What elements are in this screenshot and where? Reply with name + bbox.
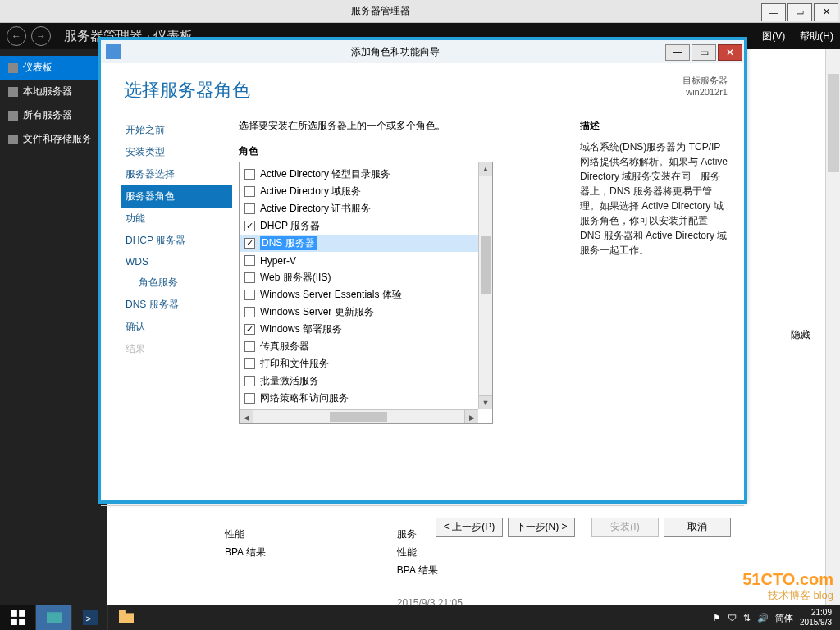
- tray-volume-icon[interactable]: 🔊: [757, 613, 769, 623]
- next-button[interactable]: 下一步(N) >: [508, 518, 575, 537]
- role-row-7[interactable]: Windows Server Essentials 体验: [240, 286, 478, 304]
- outer-minimize-button[interactable]: —: [761, 3, 786, 21]
- add-roles-wizard: 添加角色和功能向导 — ▭ ✕ 选择服务器角色 目标服务器 win2012r1 …: [100, 39, 745, 501]
- outer-window-title: 服务器管理器: [0, 4, 761, 18]
- wizard-step-9[interactable]: 确认: [121, 316, 232, 338]
- wizard-step-5[interactable]: DHCP 服务器: [121, 230, 232, 252]
- wizard-button-row: < 上一步(P) 下一步(N) > 安装(I) 取消: [101, 505, 744, 548]
- role-checkbox[interactable]: [244, 376, 255, 386]
- role-checkbox[interactable]: [244, 393, 255, 404]
- role-row-6[interactable]: Web 服务器(IIS): [240, 269, 478, 286]
- main-scrollbar[interactable]: [825, 49, 840, 605]
- role-row-9[interactable]: Windows 部署服务: [240, 321, 478, 338]
- role-row-1[interactable]: Active Directory 域服务: [240, 183, 478, 200]
- nav-file-storage[interactable]: 文件和存储服务: [0, 127, 107, 151]
- role-row-11[interactable]: 打印和文件服务: [240, 355, 478, 372]
- roles-listbox: Active Directory 轻型目录服务Active Directory …: [239, 162, 493, 424]
- role-row-10[interactable]: 传真服务器: [240, 338, 478, 355]
- tray-flag-icon[interactable]: ⚑: [713, 613, 721, 623]
- role-checkbox[interactable]: [244, 255, 255, 266]
- wizard-maximize-button[interactable]: ▭: [692, 44, 716, 61]
- outer-titlebar: 服务器管理器 — ▭ ✕: [0, 0, 840, 23]
- svg-rect-2: [11, 619, 17, 625]
- start-button[interactable]: [0, 605, 36, 630]
- role-label: DNS 服务器: [260, 236, 317, 250]
- wizard-step-10: 结果: [121, 338, 232, 360]
- wizard-center: 选择要安装在所选服务器上的一个或多个角色。 角色 Active Director…: [232, 111, 570, 505]
- role-label: 传真服务器: [260, 340, 309, 354]
- folder-icon: [119, 610, 134, 625]
- scroll-left-icon[interactable]: ◀: [240, 410, 253, 424]
- role-checkbox[interactable]: [244, 203, 255, 214]
- previous-button[interactable]: < 上一步(P): [436, 518, 503, 537]
- role-row-8[interactable]: Windows Server 更新服务: [240, 304, 478, 321]
- scroll-right-icon[interactable]: ▶: [464, 410, 478, 424]
- role-row-3[interactable]: DHCP 服务器: [240, 217, 478, 235]
- role-label: Hyper-V: [260, 255, 296, 267]
- server-icon: [8, 87, 18, 97]
- role-row-13[interactable]: 网络策略和访问服务: [240, 390, 478, 407]
- wizard-titlebar[interactable]: 添加角色和功能向导 — ▭ ✕: [101, 40, 744, 63]
- wizard-minimize-button[interactable]: —: [665, 44, 690, 61]
- role-checkbox[interactable]: [244, 272, 255, 283]
- task-server-manager[interactable]: [36, 605, 72, 630]
- role-row-12[interactable]: 批量激活服务: [240, 372, 478, 390]
- wizard-step-7[interactable]: 角色服务: [121, 272, 232, 294]
- storage-icon: [8, 135, 18, 144]
- role-checkbox[interactable]: [244, 221, 255, 231]
- svg-text:>_: >_: [85, 614, 97, 623]
- tray-network-icon[interactable]: ⇅: [743, 613, 751, 623]
- forward-button[interactable]: →: [31, 26, 51, 46]
- role-row-2[interactable]: Active Directory 证书服务: [240, 200, 478, 217]
- scroll-thumb[interactable]: [481, 236, 491, 294]
- role-checkbox[interactable]: [244, 324, 255, 335]
- wizard-step-3: 服务器角色: [121, 185, 232, 208]
- nav-local-server[interactable]: 本地服务器: [0, 80, 107, 103]
- wizard-step-0[interactable]: 开始之前: [121, 119, 232, 141]
- role-row-0[interactable]: Active Directory 轻型目录服务: [240, 166, 478, 183]
- role-checkbox[interactable]: [244, 169, 255, 180]
- role-checkbox[interactable]: [244, 341, 255, 352]
- outer-maximize-button[interactable]: ▭: [788, 3, 812, 21]
- role-checkbox[interactable]: [244, 290, 255, 300]
- powershell-icon: >_: [83, 610, 98, 625]
- role-row-5[interactable]: Hyper-V: [240, 252, 478, 269]
- task-powershell[interactable]: >_: [72, 605, 108, 630]
- role-checkbox[interactable]: [244, 358, 255, 369]
- hscroll-thumb[interactable]: [330, 412, 387, 422]
- outer-close-button[interactable]: ✕: [814, 3, 838, 21]
- tray-ime[interactable]: 简体: [775, 612, 793, 624]
- wizard-step-1[interactable]: 安装类型: [121, 141, 232, 163]
- wizard-step-8[interactable]: DNS 服务器: [121, 294, 232, 316]
- scroll-up-icon[interactable]: ▲: [479, 162, 492, 176]
- wizard-step-6[interactable]: WDS: [121, 252, 232, 272]
- menu-help[interactable]: 帮助(H): [800, 30, 833, 43]
- nav-all-servers[interactable]: 所有服务器: [0, 103, 107, 127]
- cancel-button[interactable]: 取消: [664, 518, 731, 537]
- tray-shield-icon[interactable]: 🛡: [728, 613, 737, 623]
- wizard-steps: 开始之前安装类型服务器选择服务器角色功能DHCP 服务器WDS角色服务DNS 服…: [101, 111, 232, 505]
- roles-horizontal-scrollbar[interactable]: ◀ ▶: [240, 409, 478, 423]
- wizard-app-icon: [106, 44, 121, 59]
- role-row-4[interactable]: DNS 服务器: [240, 235, 478, 252]
- menu-view[interactable]: 图(V): [762, 30, 785, 43]
- nav-dashboard[interactable]: 仪表板: [0, 56, 107, 80]
- system-tray[interactable]: ⚑ 🛡 ⇅ 🔊 简体 21:09 2015/9/3: [705, 608, 840, 628]
- back-button[interactable]: ←: [7, 26, 26, 46]
- windows-logo-icon: [11, 610, 25, 625]
- task-explorer[interactable]: [108, 605, 144, 630]
- role-checkbox[interactable]: [244, 307, 255, 317]
- role-label: Active Directory 轻型目录服务: [260, 167, 390, 181]
- wizard-title: 添加角色和功能向导: [126, 45, 665, 59]
- wizard-step-4[interactable]: 功能: [121, 208, 232, 230]
- role-label: Windows 部署服务: [260, 322, 342, 336]
- hide-link[interactable]: 隐藏: [791, 328, 810, 342]
- wizard-step-2[interactable]: 服务器选择: [121, 163, 232, 185]
- role-checkbox[interactable]: [244, 186, 255, 197]
- dashboard-icon: [8, 63, 18, 73]
- scroll-down-icon[interactable]: ▼: [479, 395, 492, 409]
- roles-vertical-scrollbar[interactable]: ▲ ▼: [478, 162, 492, 409]
- tray-clock[interactable]: 21:09 2015/9/3: [800, 608, 832, 628]
- role-checkbox[interactable]: [244, 238, 255, 249]
- wizard-close-button[interactable]: ✕: [718, 44, 742, 61]
